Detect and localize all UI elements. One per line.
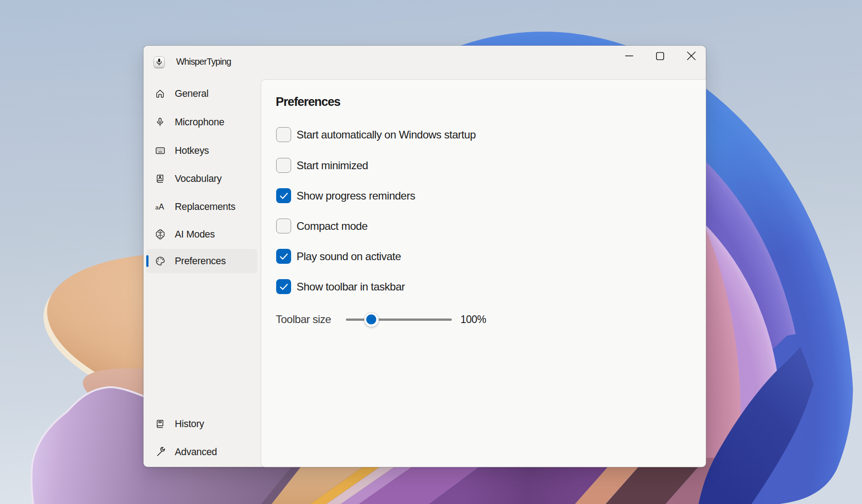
- svg-text:A: A: [159, 202, 164, 211]
